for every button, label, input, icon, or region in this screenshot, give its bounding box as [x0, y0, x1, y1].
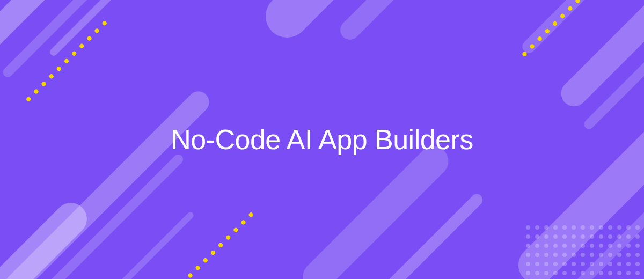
decorative-stripe [84, 211, 195, 279]
dot-grid-accent [526, 225, 644, 279]
banner-title: No-Code AI App Builders [171, 123, 473, 156]
decorative-stripe [556, 0, 644, 112]
dotted-diagonal-accent [180, 212, 254, 279]
decorative-stripe [297, 140, 455, 279]
decorative-stripe [336, 0, 426, 43]
hero-banner: No-Code AI App Builders [0, 0, 644, 279]
dotted-diagonal-accent [26, 20, 108, 102]
